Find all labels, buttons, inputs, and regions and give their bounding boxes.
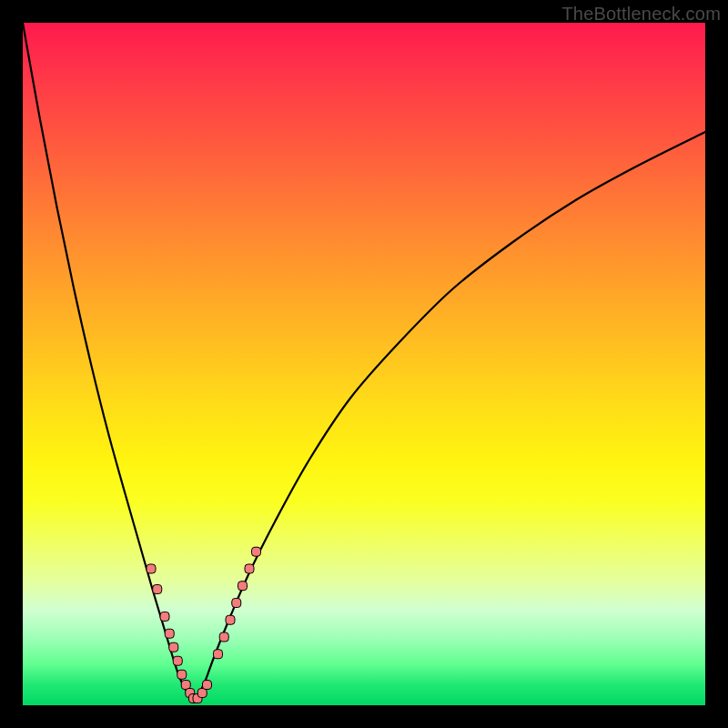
data-marker (245, 564, 254, 573)
data-marker (160, 612, 169, 622)
chart-svg (23, 23, 705, 705)
data-marker (165, 629, 174, 638)
data-marker (232, 599, 241, 608)
plot-area (23, 23, 705, 705)
data-marker (173, 656, 182, 665)
data-marker (226, 615, 235, 624)
curve-group (23, 23, 705, 702)
watermark-text: TheBottleneck.com (561, 4, 721, 25)
chart-container: TheBottleneck.com (0, 0, 728, 728)
data-marker (197, 689, 207, 698)
data-marker (153, 585, 162, 594)
data-marker (252, 547, 261, 556)
data-marker (169, 642, 178, 652)
data-marker (147, 564, 156, 573)
data-marker (203, 681, 212, 690)
data-marker (238, 581, 248, 591)
data-marker (177, 670, 187, 679)
left-curve (23, 23, 194, 702)
data-marker (214, 650, 223, 659)
data-marker (219, 632, 228, 642)
right-curve (194, 132, 706, 702)
